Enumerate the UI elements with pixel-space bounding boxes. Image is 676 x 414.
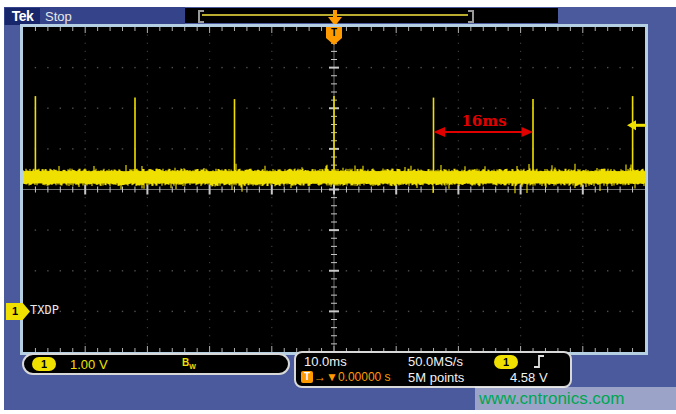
oscilloscope-screenshot: Tek Stop T [0,0,676,414]
trigger-position-readout: T → ▼ 0.00000 s [301,370,391,384]
channel1-scale: 1.00 V [70,357,108,372]
channel1-badge: 1 [32,357,56,371]
channel1-readout-box: 1 1.00 V BW [22,353,290,375]
sample-rate: 50.0MS/s [408,354,463,369]
marker-down-icon: ▼ [326,370,338,384]
trigger-position-flag: T [326,27,342,45]
bandwidth-limit-icon: BW [182,357,196,370]
waveform-trace [23,96,645,193]
tek-logo: Tek [5,8,40,25]
trigger-level-value: 4.58 V [510,370,548,385]
trigger-position-marker-stem [333,10,337,17]
timebase-trigger-readout-box: 10.0ms 50.0MS/s 1 T → ▼ 0.00000 s 5M poi… [294,351,572,388]
acquisition-status: Stop [45,9,72,24]
annotation-16ms: 16ms [434,112,534,137]
record-left-bracket [198,10,204,23]
record-right-bracket [468,10,474,23]
trigger-flag-letter: T [331,27,337,38]
record-view-bar [185,8,558,23]
grid-dots [23,27,645,352]
time-per-division: 10.0ms [304,354,347,369]
display-graticule-frame: T 16ms [20,24,648,355]
trigger-t-icon: T [301,371,313,383]
scope-screen: Tek Stop T [4,7,676,410]
watermark-link[interactable]: www.cntronics.com [475,387,676,410]
trigger-source-badge: 1 [494,355,518,369]
channel-signal-label: TXDP [30,303,59,317]
graticule: T 16ms [23,27,645,352]
annotation-label: 16ms [461,112,506,130]
record-length: 5M points [408,370,464,385]
trigger-position-value: 0.00000 s [338,370,391,384]
arrow-right-icon: → [314,370,326,384]
trigger-level-arrow-icon [627,120,645,130]
